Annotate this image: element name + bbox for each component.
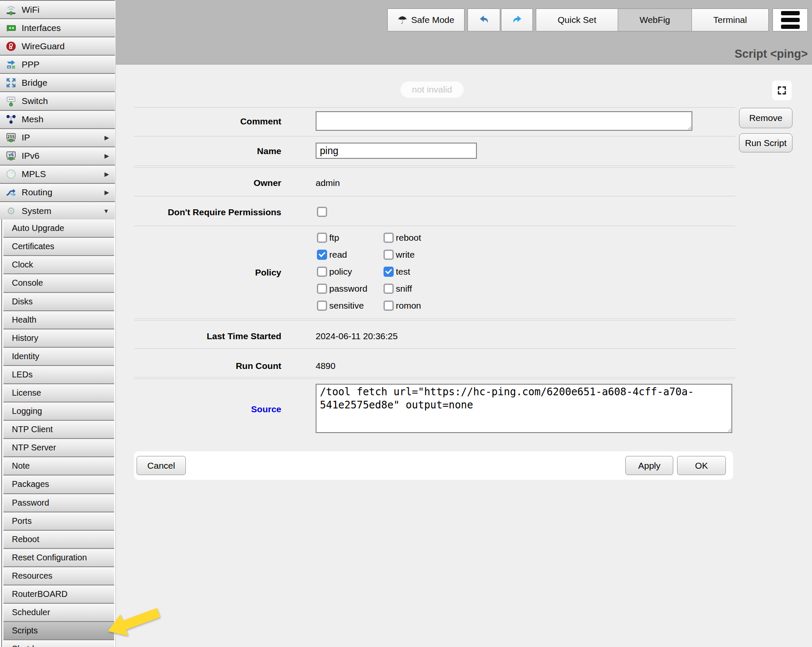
run-script-button[interactable]: Run Script bbox=[739, 133, 792, 152]
checkbox[interactable] bbox=[317, 284, 327, 294]
sidebar-subitem-label: Reboot bbox=[12, 534, 39, 544]
policy-option-write[interactable]: write bbox=[384, 250, 421, 260]
ok-button[interactable]: OK bbox=[677, 456, 726, 475]
policy-option-label: test bbox=[396, 267, 410, 277]
sidebar-item-switch[interactable]: Switch bbox=[0, 92, 115, 110]
divider bbox=[134, 107, 735, 108]
policy-option-policy[interactable]: policy bbox=[317, 267, 384, 277]
checkbox[interactable] bbox=[384, 284, 394, 294]
ip-icon: 255 bbox=[5, 131, 17, 144]
sidebar-item-ip[interactable]: 255 IP ▶ bbox=[0, 129, 115, 146]
sidebar-subitem-label: NTP Client bbox=[12, 425, 53, 434]
sidebar-item-history[interactable]: History bbox=[3, 329, 114, 347]
sidebar-item-reset-configuration[interactable]: Reset Configuration bbox=[3, 549, 114, 566]
checkbox[interactable] bbox=[317, 267, 327, 277]
interfaces-icon bbox=[5, 22, 17, 34]
divider bbox=[134, 348, 735, 349]
sidebar-item-password[interactable]: Password bbox=[3, 494, 114, 512]
sidebar-item-mesh[interactable]: Mesh bbox=[0, 111, 115, 128]
sidebar-item-ntp-client[interactable]: NTP Client bbox=[3, 421, 114, 438]
tab-webfig[interactable]: WebFig bbox=[618, 8, 692, 31]
tab-terminal[interactable]: Terminal bbox=[692, 8, 769, 31]
checkbox[interactable] bbox=[384, 233, 394, 243]
sidebar-item-identity[interactable]: Identity bbox=[3, 348, 114, 365]
hamburger-menu-button[interactable] bbox=[773, 8, 808, 31]
sidebar-item-ports[interactable]: Ports bbox=[3, 512, 114, 530]
sidebar-item-label: Bridge bbox=[22, 78, 48, 88]
sidebar-item-ntp-server[interactable]: NTP Server bbox=[3, 439, 114, 456]
sidebar-item-label: Mesh bbox=[22, 114, 43, 124]
sidebar-item-label: WireGuard bbox=[22, 41, 65, 51]
sidebar-item-packages[interactable]: Packages bbox=[3, 475, 114, 493]
policy-option-reboot[interactable]: reboot bbox=[384, 233, 421, 243]
remove-button[interactable]: Remove bbox=[739, 108, 792, 128]
checkbox[interactable] bbox=[317, 301, 327, 311]
undo-button[interactable] bbox=[468, 8, 500, 31]
sidebar-item-leds[interactable]: LEDs bbox=[3, 366, 114, 383]
safe-mode-button[interactable]: ☂ Safe Mode bbox=[387, 8, 465, 31]
sidebar-subitem-label: Packages bbox=[12, 479, 49, 489]
sidebar-item-health[interactable]: Health bbox=[3, 311, 114, 329]
redo-button[interactable] bbox=[501, 8, 533, 31]
sidebar-subitem-label: Health bbox=[12, 315, 36, 325]
policy-option-label: password bbox=[329, 284, 367, 294]
sidebar-item-license[interactable]: License bbox=[3, 384, 114, 402]
checkbox[interactable] bbox=[317, 250, 327, 260]
sidebar-item-logging[interactable]: Logging bbox=[3, 402, 114, 420]
sidebar-item-auto-upgrade[interactable]: Auto Upgrade bbox=[3, 219, 114, 237]
checkbox[interactable] bbox=[384, 301, 394, 311]
sidebar-item-wifi[interactable]: WiFi bbox=[0, 1, 115, 18]
wireguard-icon bbox=[5, 40, 17, 53]
comment-input[interactable] bbox=[316, 111, 692, 131]
sidebar-item-routerboard[interactable]: RouterBOARD bbox=[3, 585, 114, 603]
sidebar-item-scheduler[interactable]: Scheduler bbox=[3, 604, 114, 621]
checkbox[interactable] bbox=[384, 250, 394, 260]
policy-option-password[interactable]: password bbox=[317, 284, 384, 294]
sidebar-item-certificates[interactable]: Certificates bbox=[3, 238, 114, 255]
sidebar-item-console[interactable]: Console bbox=[3, 274, 114, 292]
sidebar-item-ppp[interactable]: PPP bbox=[0, 56, 115, 73]
sidebar-item-resources[interactable]: Resources bbox=[3, 567, 114, 585]
apply-button[interactable]: Apply bbox=[625, 456, 673, 475]
sidebar-item-routing[interactable]: Routing ▶ bbox=[0, 184, 115, 201]
dont-require-permissions-checkbox[interactable] bbox=[317, 207, 327, 217]
divider bbox=[134, 225, 735, 226]
sidebar-item-note[interactable]: Note bbox=[3, 457, 114, 475]
policy-option-ftp[interactable]: ftp bbox=[317, 233, 384, 243]
fullscreen-button[interactable] bbox=[772, 81, 792, 100]
checkbox[interactable] bbox=[317, 233, 327, 243]
sidebar-item-interfaces[interactable]: Interfaces bbox=[0, 19, 115, 37]
page-title: Script <ping> bbox=[734, 48, 808, 61]
policy-option-sensitive[interactable]: sensitive bbox=[317, 301, 384, 311]
sidebar-item-system[interactable]: ⚙ System ▼ bbox=[0, 202, 115, 219]
run-count-label: Run Count bbox=[116, 361, 281, 371]
policy-option-romon[interactable]: romon bbox=[384, 301, 421, 311]
sidebar-item-mpls[interactable]: MPLS ▶ bbox=[0, 166, 115, 183]
sidebar-item-ipv6[interactable]: v6 IPv6 ▶ bbox=[0, 147, 115, 165]
cancel-button[interactable]: Cancel bbox=[137, 456, 186, 475]
source-input[interactable]: /tool fetch url="https://hc-ping.com/620… bbox=[316, 384, 732, 433]
undo-icon bbox=[478, 14, 490, 26]
switch-icon bbox=[5, 95, 17, 107]
sidebar-item-bridge[interactable]: Bridge bbox=[0, 74, 115, 91]
sidebar-subitem-label: Logging bbox=[12, 406, 42, 416]
tab-quick-set[interactable]: Quick Set bbox=[536, 8, 618, 31]
sidebar-subitem-label: Reset Configuration bbox=[12, 553, 87, 563]
sidebar-item-wireguard[interactable]: WireGuard bbox=[0, 37, 115, 55]
sidebar-item-disks[interactable]: Disks bbox=[3, 293, 114, 310]
sidebar-item-clock[interactable]: Clock bbox=[3, 256, 114, 273]
policy-option-sniff[interactable]: sniff bbox=[384, 284, 421, 294]
sidebar-item-label: WiFi bbox=[22, 5, 39, 15]
policy-option-read[interactable]: read bbox=[317, 250, 384, 260]
name-input[interactable] bbox=[316, 143, 477, 159]
checkbox[interactable] bbox=[384, 267, 394, 277]
svg-text:⚙: ⚙ bbox=[7, 205, 16, 217]
sidebar-subitem-label: Note bbox=[12, 461, 30, 471]
sidebar-item-label: PPP bbox=[22, 59, 39, 70]
policy-option-test[interactable]: test bbox=[384, 267, 421, 277]
sidebar-item-reboot[interactable]: Reboot bbox=[3, 531, 114, 548]
sidebar-item-scripts[interactable]: Scripts bbox=[3, 622, 114, 639]
bridge-icon bbox=[5, 76, 17, 89]
sidebar-item-label: IPv6 bbox=[22, 151, 39, 161]
sidebar-item-shutdown[interactable]: Shutdown bbox=[3, 640, 114, 647]
